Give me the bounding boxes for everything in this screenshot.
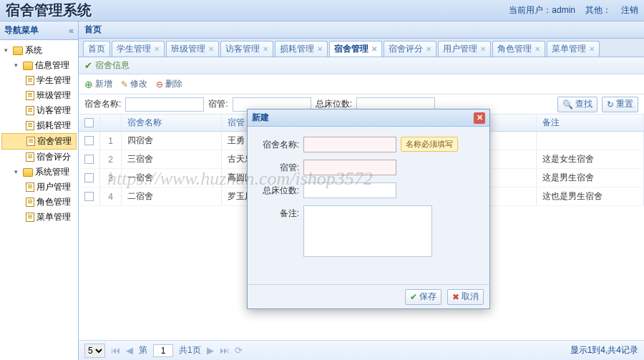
tab-close-icon[interactable]: ✕ xyxy=(589,45,595,53)
field-remark-label: 备注: xyxy=(256,205,299,220)
plus-icon: ⊕ xyxy=(84,79,93,90)
tab-close-icon[interactable]: ✕ xyxy=(535,45,540,53)
tree-node-role[interactable]: 角色管理 xyxy=(1,195,77,210)
tab-close-icon[interactable]: ✕ xyxy=(480,45,486,53)
save-button[interactable]: ✔保存 xyxy=(405,289,441,305)
cancel-icon: ✖ xyxy=(452,292,459,302)
page-icon xyxy=(26,91,34,100)
page-icon xyxy=(26,152,34,162)
tab-6[interactable]: 宿舍评分✕ xyxy=(384,41,436,57)
row-checkbox[interactable] xyxy=(84,173,94,183)
edit-button[interactable]: ✎修改 xyxy=(121,78,147,90)
tab-1[interactable]: 学生管理✕ xyxy=(112,41,165,57)
tree-node-user[interactable]: 用户管理 xyxy=(1,180,77,195)
app-title: 宿舍管理系统 xyxy=(6,1,92,20)
next-page-icon[interactable]: ▶ xyxy=(207,345,214,356)
tab-8[interactable]: 角色管理✕ xyxy=(492,41,545,57)
search-name-input[interactable] xyxy=(125,97,204,112)
tree-node-visitor[interactable]: 访客管理 xyxy=(1,103,77,118)
dialog-title: 新建 xyxy=(252,112,269,124)
field-keeper-label: 宿管: xyxy=(256,160,299,174)
tab-bar: 首页学生管理✕班级管理✕访客管理✕损耗管理✕宿舍管理✕宿舍评分✕用户管理✕角色管… xyxy=(79,39,644,57)
search-button[interactable]: 🔍查找 xyxy=(557,97,597,112)
tree-node-info-mgmt[interactable]: ▾信息管理 xyxy=(1,58,77,73)
tree-node-system[interactable]: ▾系统 xyxy=(1,43,77,58)
tab-close-icon[interactable]: ✕ xyxy=(263,45,268,53)
tree-node-rating[interactable]: 宿舍评分 xyxy=(1,150,77,165)
sidebar: 导航菜单 « ▾系统 ▾信息管理 学生管理 班级管理 访客管理 损耗管理 宿舍管… xyxy=(0,21,79,360)
tree-node-sys-mgmt[interactable]: ▾系统管理 xyxy=(1,165,77,180)
select-all-checkbox[interactable] xyxy=(84,118,94,127)
pager-status: 显示1到4,共4记录 xyxy=(570,344,638,356)
page-input[interactable] xyxy=(153,344,173,357)
tree-node-dorm[interactable]: 宿舍管理 xyxy=(1,133,77,150)
prev-page-icon[interactable]: ◀ xyxy=(126,345,133,356)
page-icon xyxy=(26,183,34,192)
col-name[interactable]: 宿舍名称 xyxy=(122,115,222,131)
new-dialog: 新建 ✕ 宿舍名称: 名称必须填写 宿管: 总床位数: 备注: ✔保存 ✖取消 xyxy=(247,109,490,309)
current-user-label: 当前用户：admin xyxy=(509,4,575,16)
sidebar-title: 导航菜单 « xyxy=(0,21,78,40)
search-name-label: 宿舍名称: xyxy=(84,98,121,110)
page-icon xyxy=(26,76,34,85)
close-icon[interactable]: ✕ xyxy=(474,112,485,124)
page-size-select[interactable]: 5 xyxy=(84,344,105,358)
tab-close-icon[interactable]: ✕ xyxy=(317,45,323,53)
row-checkbox[interactable] xyxy=(84,192,94,201)
pencil-icon: ✎ xyxy=(121,79,128,89)
field-keeper-input[interactable] xyxy=(303,160,396,175)
add-button[interactable]: ⊕新增 xyxy=(84,78,112,90)
nav-tree: ▾系统 ▾信息管理 学生管理 班级管理 访客管理 损耗管理 宿舍管理 宿舍评分 … xyxy=(0,40,78,360)
panel-title: ✔宿舍信息 xyxy=(79,57,644,74)
page-icon xyxy=(26,106,34,115)
validation-warning: 名称必须填写 xyxy=(401,137,458,152)
check-icon: ✔ xyxy=(84,60,92,71)
tab-close-icon[interactable]: ✕ xyxy=(371,45,377,53)
search-icon: 🔍 xyxy=(562,99,573,110)
toolbar: ⊕新增 ✎修改 ⊖删除 xyxy=(79,74,644,94)
tab-7[interactable]: 用户管理✕ xyxy=(438,41,491,57)
tree-node-consume[interactable]: 损耗管理 xyxy=(1,118,77,133)
tab-3[interactable]: 访客管理✕ xyxy=(220,41,273,57)
tab-close-icon[interactable]: ✕ xyxy=(154,45,160,53)
tab-4[interactable]: 损耗管理✕ xyxy=(275,41,328,57)
field-beds-input[interactable] xyxy=(303,183,396,198)
page-icon xyxy=(26,198,34,207)
pager: 5 ⏮ ◀ 第 共1页 ▶ ⏭ ⟳ 显示1到4,共4记录 xyxy=(79,340,644,360)
tab-5[interactable]: 宿舍管理✕ xyxy=(329,41,382,57)
dialog-header[interactable]: 新建 ✕ xyxy=(248,110,489,127)
page-icon xyxy=(26,213,34,222)
col-remark[interactable]: 备注 xyxy=(537,115,644,131)
delete-button[interactable]: ⊖删除 xyxy=(156,78,182,90)
row-checkbox[interactable] xyxy=(84,155,94,164)
folder-icon xyxy=(13,47,23,55)
tab-close-icon[interactable]: ✕ xyxy=(208,45,214,53)
other-label: 其他： xyxy=(585,4,611,16)
page-icon xyxy=(26,137,35,146)
tree-node-student[interactable]: 学生管理 xyxy=(1,73,77,88)
refresh-icon: ↻ xyxy=(607,99,614,110)
row-checkbox[interactable] xyxy=(84,136,94,145)
tree-node-class[interactable]: 班级管理 xyxy=(1,88,77,103)
tab-2[interactable]: 班级管理✕ xyxy=(166,41,219,57)
refresh-page-icon[interactable]: ⟳ xyxy=(235,345,243,356)
first-page-icon[interactable]: ⏮ xyxy=(111,345,120,356)
cancel-button[interactable]: ✖取消 xyxy=(447,289,484,305)
tab-9[interactable]: 菜单管理✕ xyxy=(547,41,600,57)
last-page-icon[interactable]: ⏭ xyxy=(220,345,229,356)
logout-link[interactable]: 注销 xyxy=(621,4,638,16)
minus-icon: ⊖ xyxy=(156,79,163,89)
tree-node-menu[interactable]: 菜单管理 xyxy=(1,210,77,225)
tab-0[interactable]: 首页 xyxy=(83,41,110,57)
breadcrumb: 首页 xyxy=(79,21,644,39)
app-header: 宿舍管理系统 当前用户：admin 其他： 注销 xyxy=(0,0,644,21)
field-name-label: 宿舍名称: xyxy=(256,137,299,151)
collapse-icon[interactable]: « xyxy=(69,26,74,36)
tab-close-icon[interactable]: ✕ xyxy=(426,45,431,53)
field-remark-input[interactable] xyxy=(303,205,432,257)
header-right: 当前用户：admin 其他： 注销 xyxy=(509,4,638,16)
reset-button[interactable]: ↻重置 xyxy=(602,97,638,112)
search-keeper-label: 宿管: xyxy=(208,98,228,110)
field-name-input[interactable] xyxy=(303,137,396,152)
field-beds-label: 总床位数: xyxy=(256,183,299,197)
